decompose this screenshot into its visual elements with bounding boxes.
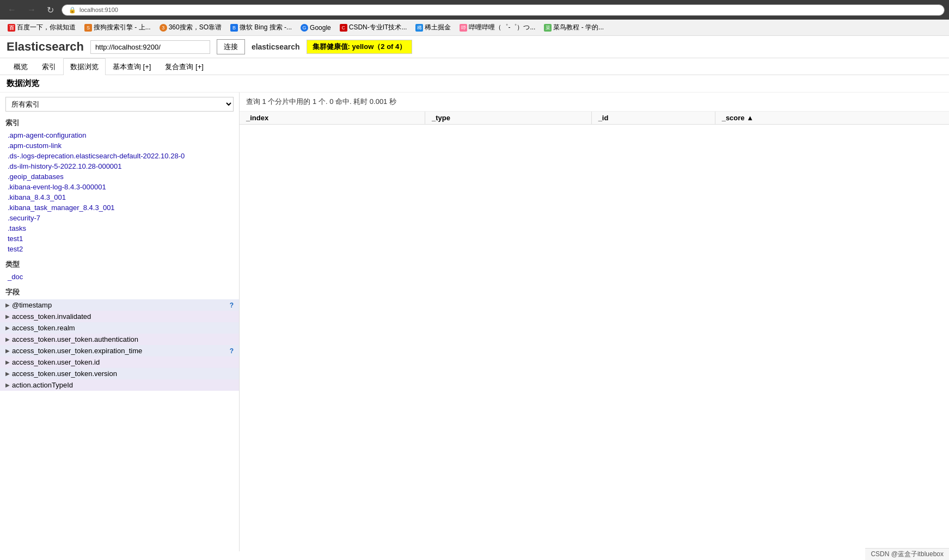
bookmark-baidu[interactable]: 百 百度一下，你就知道	[4, 22, 79, 33]
col-score[interactable]: _score ▲	[715, 112, 949, 125]
bookmark-bilibili[interactable]: 哔 哔哩哔哩（゜-゜）つ...	[456, 22, 538, 33]
list-item[interactable]: .geoip_databases	[5, 171, 234, 182]
left-panel: 所有索引 索引 .apm-agent-configuration .apm-cu…	[0, 93, 240, 551]
connect-button[interactable]: 连接	[217, 39, 245, 54]
tab-index[interactable]: 索引	[35, 58, 63, 75]
field-item[interactable]: ▶ access_token.realm	[0, 322, 239, 334]
bookmark-csdn-label: CSDN-专业IT技术...	[349, 23, 407, 32]
field-list: ▶ @timestamp ? ▶ access_token.invalidate…	[0, 299, 239, 391]
security-icon: 🔒	[69, 7, 76, 14]
field-arrow-icon: ▶	[5, 302, 10, 308]
col-id[interactable]: _id	[591, 112, 715, 125]
nav-tabs: 概览 索引 数据浏览 基本查询 [+] 复合查询 [+]	[0, 58, 949, 75]
bookmark-bing-label: 微软 Bing 搜索 -...	[240, 23, 292, 32]
right-panel: 查询 1 个分片中用的 1 个. 0 命中. 耗时 0.001 秒 _index…	[240, 93, 949, 551]
list-item[interactable]: .ds-ilm-history-5-2022.10.28-000001	[5, 161, 234, 171]
field-name: access_token.user_token.id	[12, 358, 100, 366]
list-item[interactable]: .apm-agent-configuration	[5, 130, 234, 140]
index-list: .apm-agent-configuration .apm-custom-lin…	[0, 130, 239, 254]
index-select-container: 所有索引	[0, 93, 239, 116]
cluster-name: elasticsearch	[252, 42, 300, 51]
field-name: action.actionTypeId	[12, 381, 73, 389]
col-index[interactable]: _index	[240, 112, 425, 125]
field-name: @timestamp	[12, 301, 52, 309]
field-name: access_token.user_token.authentication	[12, 335, 138, 343]
bookmark-bilibili-icon: 哔	[460, 24, 467, 32]
reload-button[interactable]: ↻	[44, 4, 57, 16]
results-table: _index _type _id _score ▲	[240, 112, 949, 125]
status-text: CSDN @蓝盒子itbluebox	[871, 550, 944, 551]
field-item[interactable]: ▶ @timestamp ?	[0, 299, 239, 311]
bookmark-juejin-label: 稀土掘金	[425, 23, 451, 32]
list-item[interactable]: .kibana-event-log-8.4.3-000001	[5, 182, 234, 192]
field-item[interactable]: ▶ access_token.user_token.expiration_tim…	[0, 345, 239, 356]
bookmark-google-icon: G	[301, 24, 308, 32]
bookmark-google-label: Google	[310, 24, 331, 32]
app-header: Elasticsearch 连接 elasticsearch 集群健康值: ye…	[0, 36, 949, 58]
tab-basic-query[interactable]: 基本查询 [+]	[106, 58, 158, 75]
field-arrow-icon: ▶	[5, 371, 10, 377]
field-question-icon[interactable]: ?	[230, 347, 234, 355]
back-button[interactable]: ←	[4, 4, 20, 16]
bookmark-360-icon: 3	[160, 24, 167, 32]
status-bar: CSDN @蓝盒子itbluebox	[865, 548, 949, 551]
bookmark-google[interactable]: G Google	[297, 23, 334, 33]
url-input[interactable]	[90, 40, 210, 54]
field-arrow-icon: ▶	[5, 336, 10, 342]
field-name: access_token.realm	[12, 324, 75, 332]
list-item[interactable]: .tasks	[5, 223, 234, 233]
address-bar[interactable]: 🔒 localhost:9100	[62, 4, 945, 16]
query-info: 查询 1 个分片中用的 1 个. 0 命中. 耗时 0.001 秒	[240, 93, 949, 112]
field-arrow-icon: ▶	[5, 359, 10, 365]
field-item[interactable]: ▶ access_token.user_token.id	[0, 356, 239, 368]
list-item[interactable]: .kibana_8.4.3_001	[5, 192, 234, 202]
bookmark-runoob-icon: 菜	[544, 24, 552, 32]
bookmark-sousou-icon: S	[84, 24, 92, 32]
field-item[interactable]: ▶ access_token.user_token.authentication	[0, 334, 239, 345]
forward-button[interactable]: →	[24, 4, 39, 16]
bookmark-csdn-icon: C	[340, 24, 347, 32]
list-item[interactable]: .security-7	[5, 213, 234, 223]
main-content: 所有索引 索引 .apm-agent-configuration .apm-cu…	[0, 93, 949, 551]
field-item[interactable]: ▶ access_token.user_token.version	[0, 368, 239, 379]
field-question-icon[interactable]: ?	[230, 301, 234, 309]
type-list: _doc	[0, 272, 239, 282]
col-type[interactable]: _type	[425, 112, 591, 125]
type-section-label: 类型	[0, 257, 239, 272]
index-section-label: 索引	[0, 116, 239, 130]
field-arrow-icon: ▶	[5, 313, 10, 319]
bookmark-sousou-label: 搜狗搜索引擎 - 上...	[94, 23, 151, 32]
bookmark-juejin-icon: 稀	[415, 24, 423, 32]
bookmark-sousou[interactable]: S 搜狗搜索引擎 - 上...	[81, 22, 154, 33]
tab-browse[interactable]: 数据浏览	[63, 58, 106, 75]
list-item[interactable]: .ds-.logs-deprecation.elasticsearch-defa…	[5, 151, 234, 161]
sort-asc-icon: ▲	[746, 114, 754, 122]
bookmark-baidu-icon: 百	[8, 24, 15, 32]
bookmark-runoob[interactable]: 菜 菜鸟教程 - 学的...	[541, 22, 607, 33]
app-title: Elasticsearch	[7, 40, 84, 54]
bookmark-360[interactable]: 3 360搜索，SO靠谱	[156, 22, 225, 33]
bookmark-bing[interactable]: B 微软 Bing 搜索 -...	[227, 22, 295, 33]
list-item[interactable]: test1	[5, 233, 234, 244]
list-item[interactable]: .kibana_task_manager_8.4.3_001	[5, 202, 234, 213]
bookmark-csdn[interactable]: C CSDN-专业IT技术...	[336, 22, 411, 33]
browser-chrome: ← → ↻ 🔒 localhost:9100	[0, 0, 949, 20]
bookmark-juejin[interactable]: 稀 稀土掘金	[412, 22, 454, 33]
health-badge: 集群健康值: yellow（2 of 4）	[307, 40, 413, 54]
tab-overview[interactable]: 概览	[7, 58, 35, 75]
bookmark-bing-icon: B	[230, 24, 238, 32]
list-item[interactable]: .apm-custom-link	[5, 140, 234, 151]
tab-complex-query[interactable]: 复合查询 [+]	[158, 58, 210, 75]
field-name: access_token.invalidated	[12, 312, 91, 321]
field-name: access_token.user_token.version	[12, 370, 117, 378]
list-item[interactable]: test2	[5, 244, 234, 254]
list-item[interactable]: _doc	[5, 272, 234, 282]
index-select[interactable]: 所有索引	[5, 97, 234, 112]
field-item[interactable]: ▶ action.actionTypeId	[0, 379, 239, 391]
field-arrow-icon: ▶	[5, 348, 10, 354]
section-heading: 数据浏览	[0, 75, 949, 93]
field-arrow-icon: ▶	[5, 382, 10, 388]
bookmarks-bar: 百 百度一下，你就知道 S 搜狗搜索引擎 - 上... 3 360搜索，SO靠谱…	[0, 20, 949, 36]
bookmark-baidu-label: 百度一下，你就知道	[17, 23, 76, 32]
field-item[interactable]: ▶ access_token.invalidated	[0, 311, 239, 322]
